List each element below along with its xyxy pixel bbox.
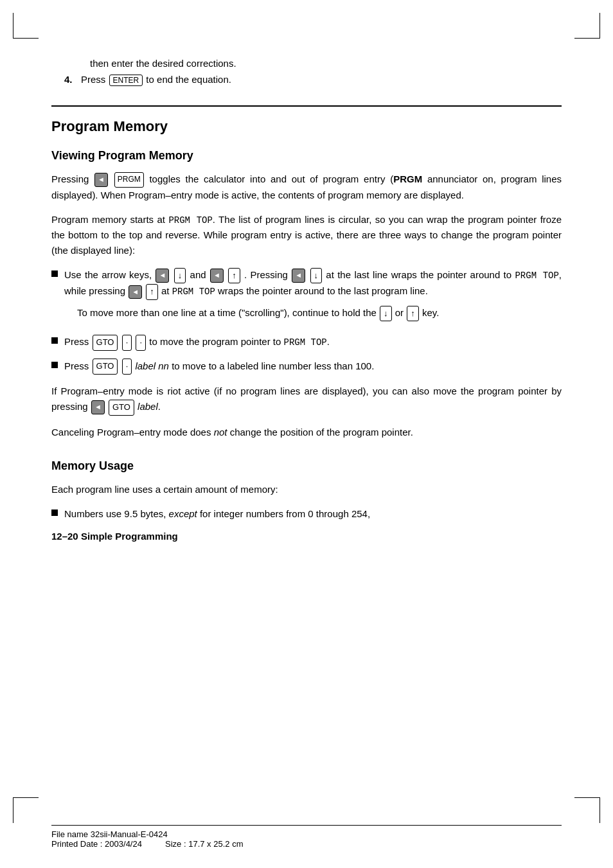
shift-key: ◄ bbox=[94, 173, 108, 187]
corner-tl bbox=[13, 13, 39, 39]
shift-key-p3: ◄ bbox=[91, 400, 105, 414]
bullet-square-4 bbox=[51, 509, 58, 516]
para1-pressing: Pressing bbox=[51, 173, 89, 184]
step4-press: Press bbox=[81, 74, 105, 85]
prgm-annunciator: PRGM bbox=[393, 173, 422, 184]
corner-bl bbox=[13, 797, 39, 823]
enter-key: ENTER bbox=[109, 75, 143, 86]
subsection1-title: Viewing Program Memory bbox=[51, 149, 562, 163]
bullet-square-2 bbox=[51, 337, 58, 344]
step4-number: 4. bbox=[64, 74, 77, 85]
up-arrow-key-b1b: ↑ bbox=[228, 268, 240, 284]
corner-tr bbox=[574, 13, 600, 39]
down-arrow-key-sub: ↓ bbox=[380, 306, 392, 322]
step4: 4. Press ENTER to end the equation. bbox=[64, 74, 562, 86]
bullet-list: Use the arrow keys, ◄ ↓ and ◄ ↑ . Pressi… bbox=[51, 267, 562, 375]
bullet-item-4: Numbers use 9.5 bytes, except for intege… bbox=[51, 506, 562, 522]
sub-indent-scrolling: To move more than one line at a time ("s… bbox=[77, 305, 562, 321]
down-arrow-key-b1c: ↓ bbox=[310, 268, 323, 284]
para3: If Program–entry mode is riot active (if… bbox=[51, 384, 562, 415]
corner-br bbox=[574, 797, 600, 823]
gto-key-p3: GTO bbox=[109, 400, 134, 416]
bullet1-and: and bbox=[190, 269, 209, 280]
footer: File name 32sii-Manual-E-0424 Printed Da… bbox=[51, 825, 562, 849]
intro-text: then enter the desired corrections. bbox=[90, 58, 562, 69]
shift-key-b1b: ◄ bbox=[210, 269, 224, 283]
section-divider bbox=[51, 105, 562, 107]
page-section-label: 12–20 Simple Programming bbox=[51, 531, 562, 542]
step4-content: Press ENTER to end the equation. bbox=[81, 74, 231, 86]
gto-key-b3: GTO bbox=[93, 359, 118, 375]
prgm-top-mono1: PRGM TOP bbox=[168, 215, 212, 226]
bullet3-content: Press GTO · label nn to move to a labele… bbox=[64, 359, 562, 375]
footer-size: Size : 17.7 x 25.2 cm bbox=[165, 839, 243, 849]
para2: Program memory starts at PRGM TOP. The l… bbox=[51, 212, 562, 258]
except-italic: except bbox=[169, 508, 197, 519]
up-arrow-key-b1d: ↑ bbox=[146, 284, 158, 300]
shift-key-b1a: ◄ bbox=[155, 269, 169, 283]
prgm-top-mono3: PRGM TOP bbox=[172, 287, 215, 297]
prgm-top-mono4: PRGM TOP bbox=[284, 337, 327, 348]
footer-left: File name 32sii-Manual-E-0424 Printed Da… bbox=[51, 829, 243, 849]
para1-part2: toggles the calculator into and out of p… bbox=[149, 173, 393, 184]
bullet-list-2: Numbers use 9.5 bytes, except for intege… bbox=[51, 506, 562, 522]
bullet-item-1: Use the arrow keys, ◄ ↓ and ◄ ↑ . Pressi… bbox=[51, 267, 562, 326]
shift-key-b1c: ◄ bbox=[292, 269, 305, 283]
label-nn-italic: label nn bbox=[135, 360, 169, 371]
para5: Each program line uses a certain amount … bbox=[51, 482, 562, 497]
shift-key-b1d: ◄ bbox=[129, 285, 142, 299]
label-italic-p3: label bbox=[138, 401, 158, 412]
dot-key-b2b: · bbox=[136, 335, 146, 351]
bullet-square-3 bbox=[51, 362, 58, 368]
subsection2-title: Memory Usage bbox=[51, 459, 562, 473]
para4: Canceling Program–entry mode does not ch… bbox=[51, 425, 562, 440]
prgm-key: PRGM bbox=[114, 172, 144, 187]
para1: Pressing ◄ PRGM toggles the calculator i… bbox=[51, 172, 562, 203]
bullet-square-1 bbox=[51, 270, 58, 277]
gto-key-b2: GTO bbox=[93, 335, 118, 351]
section-title: Program Memory bbox=[51, 118, 562, 135]
bullet-item-3: Press GTO · label nn to move to a labele… bbox=[51, 359, 562, 375]
footer-filename: File name 32sii-Manual-E-0424 bbox=[51, 829, 243, 839]
footer-date: Printed Date : 2003/4/24 Size : 17.7 x 2… bbox=[51, 839, 243, 849]
bullet-item-2: Press GTO · · to move the program pointe… bbox=[51, 334, 562, 350]
bullet4-content: Numbers use 9.5 bytes, except for intege… bbox=[64, 506, 562, 522]
bullet1-content: Use the arrow keys, ◄ ↓ and ◄ ↑ . Pressi… bbox=[64, 267, 562, 326]
step4-post: to end the equation. bbox=[146, 74, 231, 85]
page: then enter the desired corrections. 4. P… bbox=[0, 0, 613, 868]
footer-printed-label: Printed Date : 2003/4/24 bbox=[51, 839, 142, 849]
dot-key-b2a: · bbox=[122, 335, 132, 351]
up-arrow-key-sub: ↑ bbox=[407, 306, 419, 322]
bullet2-content: Press GTO · · to move the program pointe… bbox=[64, 334, 562, 350]
prgm-top-mono2: PRGM TOP bbox=[515, 270, 558, 281]
not-italic: not bbox=[214, 427, 227, 438]
down-arrow-key-b1a: ↓ bbox=[174, 268, 186, 284]
dot-key-b3: · bbox=[122, 359, 132, 375]
